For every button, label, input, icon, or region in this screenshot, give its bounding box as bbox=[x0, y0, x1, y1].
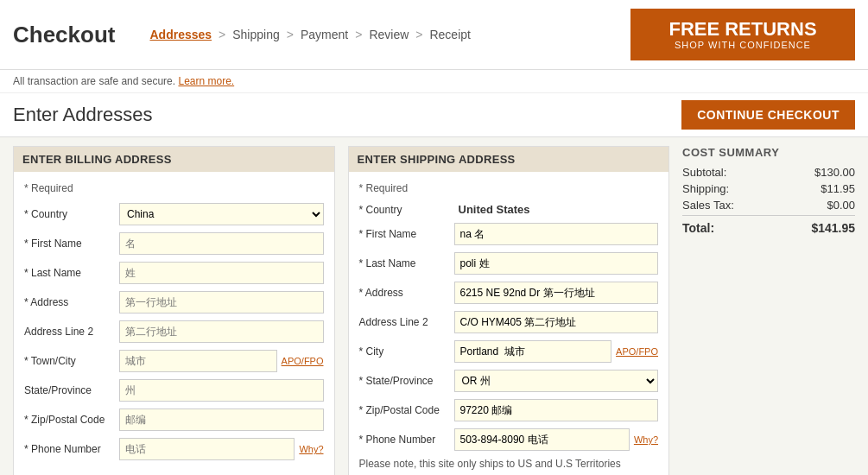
shipping-city-label: * City bbox=[359, 345, 454, 358]
continue-checkout-top-button[interactable]: CONTINUE CHECKOUT bbox=[681, 100, 855, 130]
cost-summary-title: COST SUMMARY bbox=[682, 146, 855, 159]
billing-zip-input[interactable] bbox=[119, 408, 324, 431]
free-returns-title: FREE RETURNS bbox=[643, 19, 842, 40]
breadcrumb-payment[interactable]: Payment bbox=[301, 28, 348, 41]
addresses-section: ENTER BILLING ADDRESS * Required * Count… bbox=[13, 146, 669, 475]
free-returns-sub: SHOP WITH CONFIDENCE bbox=[643, 40, 842, 50]
shipping-apo-link[interactable]: APO/FPO bbox=[616, 346, 658, 357]
shipping-country-label: * Country bbox=[359, 204, 454, 216]
billing-country-label: * Country bbox=[24, 208, 119, 220]
shipping-zip-row: * Zip/Postal Code bbox=[359, 399, 659, 421]
sep2: > bbox=[287, 28, 294, 41]
shipping-label: Shipping: bbox=[682, 182, 729, 195]
shipping-phone-input[interactable] bbox=[454, 428, 630, 451]
total-row: Total: $141.95 bbox=[682, 215, 855, 235]
billing-country-select[interactable]: China bbox=[119, 203, 324, 225]
billing-address2-row: Address Line 2 bbox=[24, 320, 324, 343]
billing-city-row: * Town/City APO/FPO bbox=[24, 350, 324, 372]
page-title: Enter Addresses bbox=[13, 104, 152, 126]
billing-state-input[interactable] bbox=[119, 379, 324, 402]
security-bar: All transaction are safe and secure. Lea… bbox=[0, 70, 868, 93]
ship-options: Ship to the billing address Ship to a di… bbox=[24, 469, 324, 475]
shipping-zip-label: * Zip/Postal Code bbox=[359, 404, 454, 416]
billing-address2-label: Address Line 2 bbox=[24, 326, 119, 338]
billing-required: * Required bbox=[24, 182, 324, 194]
cost-summary: COST SUMMARY Subtotal: $130.00 Shipping:… bbox=[682, 146, 855, 475]
billing-zip-row: * Zip/Postal Code bbox=[24, 408, 324, 431]
billing-lastname-input[interactable] bbox=[119, 262, 324, 284]
shipping-why-link[interactable]: Why? bbox=[634, 434, 658, 445]
shipping-row: Shipping: $11.95 bbox=[682, 182, 855, 195]
shipping-address-label: * Address bbox=[359, 287, 454, 299]
shipping-note: Please note, this site only ships to US … bbox=[359, 458, 659, 470]
shipping-address-input[interactable] bbox=[454, 282, 659, 304]
billing-apo-link[interactable]: APO/FPO bbox=[282, 356, 324, 366]
billing-why-link[interactable]: Why? bbox=[299, 444, 323, 454]
shipping-value: $11.95 bbox=[820, 182, 855, 195]
billing-state-row: State/Province bbox=[24, 379, 324, 402]
subtotal-row: Subtotal: $130.00 bbox=[682, 166, 855, 179]
billing-phone-label: * Phone Number bbox=[24, 443, 119, 455]
breadcrumb-receipt[interactable]: Receipt bbox=[429, 28, 470, 41]
sep1: > bbox=[219, 28, 225, 41]
shipping-firstname-row: * First Name bbox=[359, 223, 659, 245]
main-content: ENTER BILLING ADDRESS * Required * Count… bbox=[0, 137, 868, 475]
billing-city-input[interactable] bbox=[119, 350, 277, 372]
billing-zip-label: * Zip/Postal Code bbox=[24, 414, 119, 426]
shipping-city-row: * City APO/FPO bbox=[359, 340, 659, 363]
billing-firstname-label: * First Name bbox=[24, 238, 119, 250]
top-bar: Checkout Addresses > Shipping > Payment … bbox=[0, 0, 868, 70]
shipping-zip-input[interactable] bbox=[454, 399, 659, 421]
page-heading: Checkout bbox=[13, 22, 115, 48]
shipping-lastname-input[interactable] bbox=[454, 252, 659, 275]
tax-row: Sales Tax: $0.00 bbox=[682, 199, 855, 212]
billing-city-label: * Town/City bbox=[24, 355, 119, 367]
breadcrumb-shipping[interactable]: Shipping bbox=[232, 28, 280, 41]
shipping-state-select[interactable]: OR 州 bbox=[454, 370, 659, 392]
billing-address-row: * Address bbox=[24, 291, 324, 314]
shipping-header: ENTER SHIPPING ADDRESS bbox=[349, 147, 669, 172]
shipping-address-block: ENTER SHIPPING ADDRESS * Required * Coun… bbox=[348, 146, 670, 475]
billing-phone-input[interactable] bbox=[119, 438, 295, 460]
breadcrumb-addresses[interactable]: Addresses bbox=[149, 28, 212, 41]
subtotal-label: Subtotal: bbox=[682, 166, 726, 179]
billing-address-block: ENTER BILLING ADDRESS * Required * Count… bbox=[13, 146, 335, 475]
total-value: $141.95 bbox=[811, 221, 855, 235]
page-title-bar: Enter Addresses CONTINUE CHECKOUT bbox=[0, 93, 868, 137]
billing-firstname-input[interactable] bbox=[119, 232, 324, 255]
billing-header: ENTER BILLING ADDRESS bbox=[14, 147, 334, 172]
billing-address-input[interactable] bbox=[119, 291, 324, 314]
total-label: Total: bbox=[682, 221, 714, 235]
shipping-country-value: United States bbox=[459, 203, 530, 216]
sep3: > bbox=[355, 28, 362, 41]
shipping-city-input[interactable] bbox=[454, 340, 612, 363]
shipping-country-row: * Country United States bbox=[359, 203, 659, 216]
billing-state-label: State/Province bbox=[24, 384, 119, 396]
security-text: All transaction are safe and secure. bbox=[13, 75, 175, 87]
breadcrumb: Addresses > Shipping > Payment > Review … bbox=[149, 28, 470, 41]
tax-label: Sales Tax: bbox=[682, 199, 734, 212]
shipping-state-label: * State/Province bbox=[359, 375, 454, 387]
shipping-phone-row: * Phone Number Why? bbox=[359, 428, 659, 451]
shipping-state-row: * State/Province OR 州 bbox=[359, 370, 659, 392]
shipping-firstname-input[interactable] bbox=[454, 223, 659, 245]
billing-lastname-label: * Last Name bbox=[24, 267, 119, 279]
shipping-lastname-label: * Last Name bbox=[359, 257, 454, 269]
billing-address2-input[interactable] bbox=[119, 320, 324, 343]
shipping-phone-label: * Phone Number bbox=[359, 434, 454, 446]
sep4: > bbox=[415, 28, 422, 41]
learn-more-link[interactable]: Learn more. bbox=[178, 75, 234, 87]
billing-country-row: * Country China bbox=[24, 203, 324, 225]
free-returns-banner: FREE RETURNS SHOP WITH CONFIDENCE bbox=[630, 9, 855, 60]
shipping-firstname-label: * First Name bbox=[359, 228, 454, 240]
shipping-address2-row: Address Line 2 bbox=[359, 311, 659, 333]
subtotal-value: $130.00 bbox=[814, 166, 855, 179]
billing-firstname-row: * First Name bbox=[24, 232, 324, 255]
shipping-required: * Required bbox=[359, 182, 659, 194]
billing-lastname-row: * Last Name bbox=[24, 262, 324, 284]
billing-address-label: * Address bbox=[24, 296, 119, 308]
breadcrumb-review[interactable]: Review bbox=[369, 28, 409, 41]
shipping-address2-label: Address Line 2 bbox=[359, 316, 454, 328]
shipping-address2-input[interactable] bbox=[454, 311, 659, 333]
tax-value: $0.00 bbox=[827, 199, 855, 212]
